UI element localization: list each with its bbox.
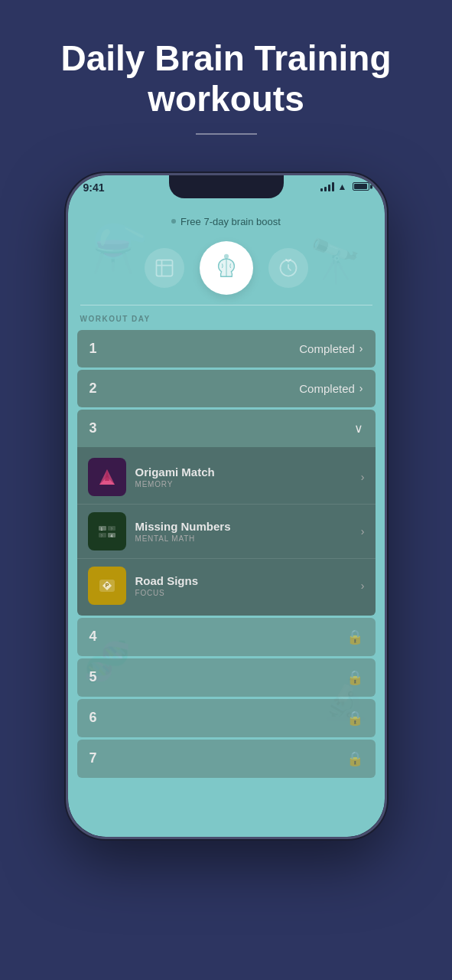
signal-bar-1 (320, 188, 323, 191)
day-7-lock-icon: 🔒 (346, 750, 363, 767)
exercises-container: Origami Match MEMORY › (77, 447, 376, 616)
day-2-status: Completed (299, 382, 355, 395)
battery-fill (354, 184, 367, 189)
day-row-3[interactable]: 3 ∨ (77, 410, 376, 447)
day-6-lock-icon: 🔒 (346, 710, 363, 727)
svg-text:4: 4 (110, 534, 112, 538)
exercise-row-numbers[interactable]: 1 ? ? 4 Missing Numbers MENTAL MATH › (77, 505, 376, 559)
exercise-info-road: Road Signs FOCUS (135, 574, 352, 597)
promo-banner: Free 7-day brain boost (68, 210, 385, 234)
phone-wrapper: ⚗️ 🔭 🧬 🔬 9:41 ▲ (66, 173, 387, 839)
day-4-lock-icon: 🔒 (346, 629, 363, 645)
section-divider (80, 305, 372, 305)
day-4-number: 4 (89, 629, 97, 645)
day-5-number: 5 (89, 669, 97, 685)
day-2-right: Completed › (299, 382, 363, 395)
notch (169, 175, 284, 198)
exercise-thumb-origami (88, 458, 126, 496)
main-title: Daily Brain Training workouts (31, 38, 421, 119)
phone-screen: ⚗️ 🔭 🧬 🔬 9:41 ▲ (68, 175, 385, 837)
promo-text: Free 7-day brain boost (180, 216, 281, 227)
day-row-2[interactable]: 2 Completed › (77, 370, 376, 407)
signal-bar-2 (324, 187, 327, 191)
wifi-icon: ▲ (338, 181, 347, 192)
svg-point-0 (224, 254, 228, 258)
exercise-category-origami: MEMORY (135, 480, 352, 488)
day-1-number: 1 (89, 341, 97, 357)
day-row-5[interactable]: 5 🔒 (77, 658, 376, 697)
side-icon-right (268, 248, 308, 288)
brain-icon-main (200, 241, 253, 295)
screen-content: Free 7-day brain boost (68, 175, 385, 837)
day-row-6[interactable]: 6 🔒 (77, 699, 376, 737)
day-3-number: 3 (89, 420, 97, 436)
day-row-4[interactable]: 4 🔒 (77, 618, 376, 656)
day-5-lock-icon: 🔒 (346, 669, 363, 686)
exercise-row-origami[interactable]: Origami Match MEMORY › (77, 450, 376, 505)
day-row-1[interactable]: 1 Completed › (77, 330, 376, 368)
exercise-name-numbers: Missing Numbers (135, 520, 352, 533)
svg-text:?: ? (100, 534, 102, 538)
exercise-name-origami: Origami Match (135, 466, 352, 479)
icons-row (68, 234, 385, 299)
svg-text:?: ? (110, 527, 112, 531)
exercise-thumb-numbers: 1 ? ? 4 (88, 512, 126, 550)
side-icon-left (145, 248, 184, 288)
signal-bar-3 (328, 185, 330, 191)
day-1-chevron-icon: › (359, 342, 363, 354)
title-divider (196, 133, 257, 135)
day-2-chevron-icon: › (359, 382, 363, 394)
road-chevron-icon: › (361, 580, 365, 592)
status-time: 9:41 (83, 181, 105, 194)
exercise-info-numbers: Missing Numbers MENTAL MATH (135, 520, 352, 543)
numbers-chevron-icon: › (361, 525, 365, 537)
day-row-7[interactable]: 7 🔒 (77, 740, 376, 778)
day-7-number: 7 (89, 750, 97, 766)
promo-dot (171, 219, 176, 224)
day-6-number: 6 (89, 710, 97, 726)
status-icons: ▲ (320, 181, 369, 192)
signal-bar-4 (332, 182, 334, 191)
day-3-chevron-icon: ∨ (354, 421, 363, 436)
workout-day-label: WORKOUT DAY (68, 312, 385, 328)
exercise-name-road: Road Signs (135, 574, 352, 587)
exercise-thumb-road: P (88, 567, 126, 605)
phone-frame: ⚗️ 🔭 🧬 🔬 9:41 ▲ (66, 173, 387, 839)
day-2-number: 2 (89, 381, 97, 397)
exercise-category-numbers: MENTAL MATH (135, 534, 352, 543)
origami-chevron-icon: › (361, 471, 365, 483)
day-1-status: Completed (299, 342, 355, 355)
svg-text:P: P (105, 583, 109, 588)
svg-text:1: 1 (100, 527, 102, 531)
exercise-category-road: FOCUS (135, 589, 352, 597)
signal-bars-icon (320, 182, 334, 191)
header-section: Daily Brain Training workouts (0, 0, 452, 158)
battery-icon (353, 182, 369, 191)
exercise-row-road[interactable]: P Road Signs FOCUS › (77, 559, 376, 612)
day-1-right: Completed › (299, 342, 363, 355)
exercise-info-origami: Origami Match MEMORY (135, 466, 352, 488)
